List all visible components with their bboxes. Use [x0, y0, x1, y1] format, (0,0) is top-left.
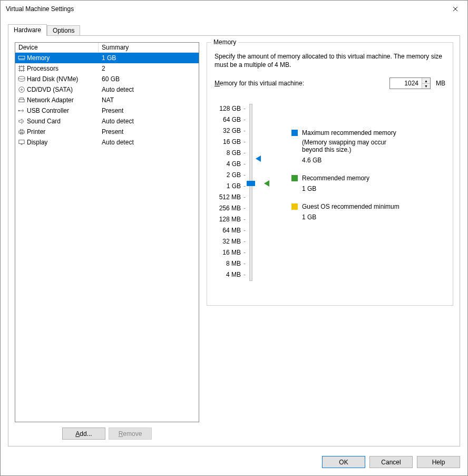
- legend-rec: Recommended memory 1 GB: [291, 174, 399, 192]
- memory-group: Memory Specify the amount of memory allo…: [207, 42, 453, 306]
- svg-rect-5: [19, 99, 24, 102]
- memory-slider-area: 128 GB64 GB32 GB16 GB8 GB4 GB2 GB1 GB512…: [214, 103, 445, 280]
- printer-icon: [15, 129, 26, 135]
- legend-rec-value: 1 GB: [302, 185, 399, 192]
- scale-dash: -: [242, 191, 247, 202]
- scale-tick: 4 GB: [214, 158, 242, 169]
- column-summary-header[interactable]: Summary: [99, 43, 199, 52]
- scale-dash: -: [242, 125, 247, 136]
- memory-icon: [15, 55, 26, 61]
- device-list-header: Device Summary: [15, 43, 199, 53]
- remove-button[interactable]: Remove: [109, 428, 152, 440]
- scale-tick: 2 GB: [214, 169, 242, 180]
- memory-legend: Maximum recommended memory (Memory swapp…: [291, 103, 399, 280]
- scale-dash: -: [242, 225, 247, 236]
- memory-input[interactable]: [390, 78, 422, 89]
- marker-rec-icon: [264, 180, 269, 187]
- device-row[interactable]: DisplayAuto detect: [15, 137, 199, 148]
- device-row[interactable]: CD/DVD (SATA)Auto detect: [15, 84, 199, 95]
- memory-input-label: Memory for this virtual machine:: [214, 80, 304, 87]
- device-row[interactable]: Sound CardAuto detect: [15, 116, 199, 127]
- cpu-icon: [15, 65, 26, 72]
- close-button[interactable]: [443, 1, 467, 17]
- summary-label: Present: [99, 107, 199, 114]
- scale-tick: 8 MB: [214, 258, 242, 269]
- device-label: Memory: [26, 54, 99, 62]
- scale-dash: -: [242, 169, 247, 180]
- spin-up-icon[interactable]: ▲: [422, 78, 430, 84]
- svg-point-3: [19, 87, 25, 93]
- scale-tick: 16 MB: [214, 247, 242, 258]
- scale-tick: 4 MB: [214, 269, 242, 280]
- device-label: CD/DVD (SATA): [26, 86, 99, 93]
- spin-down-icon[interactable]: ▼: [422, 84, 430, 89]
- summary-label: 1 GB: [99, 54, 199, 62]
- legend-max-sub: (Memory swapping may occur beyond this s…: [302, 139, 392, 153]
- scale-dash: -: [242, 103, 247, 114]
- tab-options[interactable]: Options: [47, 25, 80, 35]
- spinner-buttons[interactable]: ▲ ▼: [422, 78, 430, 89]
- slider-thumb[interactable]: [247, 181, 255, 186]
- device-row[interactable]: PrinterPresent: [15, 127, 199, 137]
- scale-dash: -: [242, 236, 247, 247]
- display-icon: [15, 139, 26, 145]
- svg-rect-10: [19, 140, 24, 144]
- device-label: Processors: [26, 65, 99, 72]
- device-label: Display: [26, 139, 99, 146]
- scale-dash: -: [242, 158, 247, 169]
- svg-point-2: [18, 76, 25, 79]
- tab-hardware[interactable]: Hardware: [8, 24, 47, 36]
- marker-max-icon: [256, 156, 261, 162]
- column-device-header[interactable]: Device: [15, 43, 99, 52]
- cd-icon: [15, 86, 26, 93]
- legend-max-label: Maximum recommended memory: [302, 129, 396, 137]
- hardware-list-column: Device Summary Memory1 GBProcessors2Hard…: [15, 42, 199, 440]
- legend-rec-label: Recommended memory: [302, 174, 369, 182]
- summary-label: 2: [99, 65, 199, 72]
- memory-slider[interactable]: [247, 103, 270, 280]
- usb-icon: [15, 108, 26, 114]
- scale-tick: 64 MB: [214, 225, 242, 236]
- legend-max-value: 4.6 GB: [302, 157, 399, 164]
- scale-dash: -: [242, 202, 247, 213]
- scale-tick: 256 MB: [214, 202, 242, 213]
- device-label: Sound Card: [26, 118, 99, 125]
- scale-tick: 1 GB: [214, 180, 242, 191]
- scale-tick: 128 MB: [214, 213, 242, 225]
- scale-dash: -: [242, 213, 247, 225]
- scale-tick: 512 MB: [214, 191, 242, 202]
- summary-label: Present: [99, 128, 199, 135]
- legend-min-label: Guest OS recommended minimum: [302, 203, 399, 210]
- device-label: Network Adapter: [26, 96, 99, 104]
- svg-rect-0: [18, 56, 25, 59]
- device-row[interactable]: Processors2: [15, 63, 199, 74]
- device-row[interactable]: Network AdapterNAT: [15, 95, 199, 105]
- device-row[interactable]: USB ControllerPresent: [15, 105, 199, 116]
- device-row[interactable]: Hard Disk (NVMe)60 GB: [15, 74, 199, 84]
- legend-min-value: 1 GB: [302, 213, 399, 221]
- device-row[interactable]: Memory1 GB: [15, 53, 199, 63]
- memory-scale: 128 GB64 GB32 GB16 GB8 GB4 GB2 GB1 GB512…: [214, 103, 270, 280]
- device-list[interactable]: Device Summary Memory1 GBProcessors2Hard…: [15, 42, 199, 422]
- cancel-button[interactable]: Cancel: [369, 456, 413, 468]
- scale-tick: 32 MB: [214, 236, 242, 247]
- memory-input-row: Memory for this virtual machine: ▲ ▼ MB: [214, 77, 445, 89]
- list-action-row: Add... Remove: [15, 422, 199, 440]
- close-icon: [453, 5, 458, 13]
- device-label: USB Controller: [26, 107, 99, 114]
- window-titlebar: Virtual Machine Settings: [1, 1, 467, 17]
- swatch-yellow-icon: [291, 203, 298, 210]
- svg-rect-8: [20, 130, 23, 131]
- memory-spinner[interactable]: ▲ ▼: [389, 77, 431, 89]
- help-button[interactable]: Help: [417, 456, 460, 468]
- scale-dash: -: [242, 258, 247, 269]
- add-button[interactable]: Add...: [62, 428, 105, 440]
- detail-column: Memory Specify the amount of memory allo…: [207, 42, 453, 440]
- ok-button[interactable]: OK: [322, 456, 365, 468]
- legend-max: Maximum recommended memory (Memory swapp…: [291, 129, 399, 164]
- svg-point-6: [18, 110, 20, 112]
- device-label: Hard Disk (NVMe): [26, 75, 99, 83]
- swatch-blue-icon: [291, 130, 298, 136]
- scale-dash: -: [242, 114, 247, 125]
- dialog-content: Hardware Options Device Summary Memory1 …: [1, 17, 467, 451]
